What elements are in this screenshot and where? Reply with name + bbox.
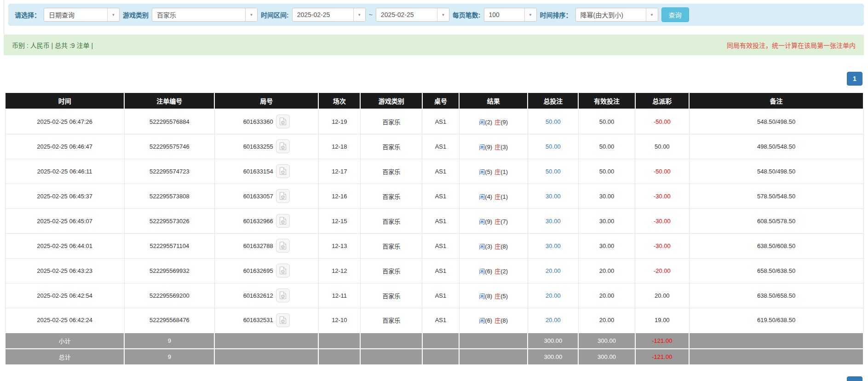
page-number-button-bottom[interactable]: 1 — [847, 376, 862, 381]
game-type-select[interactable]: 百家乐 ▼ — [152, 8, 258, 22]
cell-time: 2025-02-25 06:46:47 — [5, 134, 124, 159]
round-id-text: 601633057 — [243, 193, 273, 200]
subtotal-payout: -121.00 — [635, 333, 690, 349]
video-replay-icon[interactable] — [276, 264, 290, 277]
cell-round-id: 601632531 — [214, 308, 318, 333]
table-row: 2025-02-25 06:46:47 522295575746 6016332… — [5, 134, 863, 159]
header-payout: 总派彩 — [635, 92, 690, 109]
total-bet-link[interactable]: 20.00 — [546, 267, 561, 274]
player-result-label: 闲 — [479, 193, 485, 200]
video-replay-icon[interactable] — [276, 139, 290, 153]
cell-table-no: AS1 — [422, 283, 459, 308]
page-number-button-top[interactable]: 1 — [847, 72, 862, 86]
chevron-down-icon[interactable]: ▼ — [245, 8, 257, 21]
video-replay-icon[interactable] — [276, 164, 290, 178]
banker-result-label: 庄 — [494, 268, 500, 275]
date-from-value: 2025-02-25 — [293, 8, 353, 21]
cell-remark: 578.50/548.50 — [689, 184, 863, 208]
total-bet-link[interactable]: 30.00 — [546, 218, 561, 225]
page-size-value: 100 — [484, 8, 524, 21]
page-size-label: 每页笔数: — [453, 10, 481, 19]
player-result-label: 闲 — [479, 144, 485, 150]
page-size-select[interactable]: 100 ▼ — [484, 8, 537, 22]
video-replay-icon[interactable] — [276, 313, 290, 327]
cell-result: 闲(3)庄(8) — [459, 233, 528, 258]
total-bet-link[interactable]: 50.00 — [546, 143, 561, 150]
header-result: 结果 — [459, 92, 528, 109]
player-result-label: 闲 — [479, 168, 485, 175]
date-from-select[interactable]: 2025-02-25 ▼ — [292, 8, 366, 22]
video-replay-icon[interactable] — [276, 289, 290, 302]
cell-remark: 658.50/638.50 — [689, 258, 863, 283]
total-bet-link[interactable]: 30.00 — [546, 242, 561, 249]
cell-bet-id: 522295569932 — [124, 258, 214, 283]
round-id-text: 601633360 — [243, 118, 273, 125]
cell-session: 12-19 — [318, 109, 360, 134]
cell-round-id: 601632612 — [214, 283, 318, 308]
cell-remark: 638.50/608.50 — [689, 233, 863, 258]
cell-total-bet: 30.00 — [528, 208, 578, 233]
cell-bet-id: 522295568476 — [124, 308, 214, 333]
banker-result-label: 庄 — [494, 144, 500, 150]
time-sort-label: 时间排序： — [540, 10, 572, 19]
cell-bet-id: 522295571104 — [124, 233, 214, 258]
cell-total-bet: 50.00 — [528, 134, 578, 159]
chevron-down-icon[interactable]: ▼ — [646, 8, 658, 21]
total-bet-link[interactable]: 20.00 — [546, 317, 561, 323]
cell-session: 12-16 — [318, 184, 360, 208]
same-round-notice: 同局有效投注，统一计算在该局第一张注单内 — [727, 40, 856, 50]
banker-score: (5) — [500, 293, 508, 300]
table-row: 2025-02-25 06:46:11 522295574723 6016331… — [5, 159, 863, 184]
cell-session: 12-15 — [318, 208, 360, 233]
video-replay-icon[interactable] — [276, 239, 290, 253]
round-id-text: 601632612 — [243, 292, 273, 299]
player-score: (8) — [485, 293, 492, 300]
date-to-select[interactable]: 2025-02-25 ▼ — [376, 8, 449, 22]
total-bet-link[interactable]: 50.00 — [546, 168, 561, 175]
cell-result: 闲(5)庄(1) — [459, 159, 528, 184]
time-range-label: 时间区间: — [261, 10, 289, 19]
chevron-down-icon[interactable]: ▼ — [107, 8, 119, 21]
cell-remark: 619.50/638.50 — [689, 308, 863, 333]
chevron-down-icon[interactable]: ▼ — [353, 8, 365, 21]
player-result-label: 闲 — [479, 293, 485, 300]
cell-round-id: 601632788 — [214, 233, 318, 258]
total-bet-link[interactable]: 30.00 — [546, 193, 561, 200]
chevron-down-icon[interactable]: ▼ — [524, 8, 536, 21]
player-result-label: 闲 — [479, 218, 485, 225]
video-replay-icon[interactable] — [276, 214, 290, 228]
cell-bet-id: 522295573808 — [124, 184, 214, 208]
time-sort-select[interactable]: 降幂(由大到小) ▼ — [575, 8, 658, 22]
grand-total-count: 9 — [124, 349, 214, 365]
player-result-label: 闲 — [479, 268, 485, 275]
player-score: (4) — [485, 193, 492, 200]
banker-result-label: 庄 — [494, 317, 500, 324]
cell-valid-bet: 20.00 — [578, 258, 635, 283]
video-replay-icon[interactable] — [276, 189, 290, 203]
query-type-select[interactable]: 日期查询 ▼ — [44, 8, 120, 22]
grand-total-row: 总计 9 300.00 300.00 -121.00 — [5, 349, 863, 365]
cell-bet-id: 522295576884 — [124, 109, 214, 134]
total-bet-link[interactable]: 50.00 — [546, 118, 561, 125]
cell-valid-bet: 20.00 — [578, 308, 635, 333]
chevron-down-icon[interactable]: ▼ — [437, 8, 449, 21]
video-replay-icon[interactable] — [276, 115, 290, 128]
cell-bet-id: 522295574723 — [124, 159, 214, 184]
cell-bet-id: 522295573026 — [124, 208, 214, 233]
cell-time: 2025-02-25 06:44:01 — [5, 233, 124, 258]
table-row: 2025-02-25 06:43:23 522295569932 6016326… — [5, 258, 863, 283]
cell-game-type: 百家乐 — [360, 109, 422, 134]
query-button[interactable]: 查询 — [661, 7, 689, 22]
cell-table-no: AS1 — [422, 308, 459, 333]
cell-total-bet: 50.00 — [528, 159, 578, 184]
cell-game-type: 百家乐 — [360, 283, 422, 308]
banker-result-label: 庄 — [494, 218, 500, 225]
cell-total-bet: 20.00 — [528, 308, 578, 333]
cell-time: 2025-02-25 06:47:26 — [5, 109, 124, 134]
bet-records-table: 时间 注单编号 局号 场次 游戏类别 桌号 结果 总投注 有效投注 总派彩 备注… — [5, 92, 864, 365]
cell-round-id: 601633360 — [214, 109, 318, 134]
cell-session: 12-12 — [318, 258, 360, 283]
cell-payout: -50.00 — [635, 109, 690, 134]
total-bet-link[interactable]: 20.00 — [546, 292, 561, 299]
cell-payout: 50.00 — [635, 134, 690, 159]
